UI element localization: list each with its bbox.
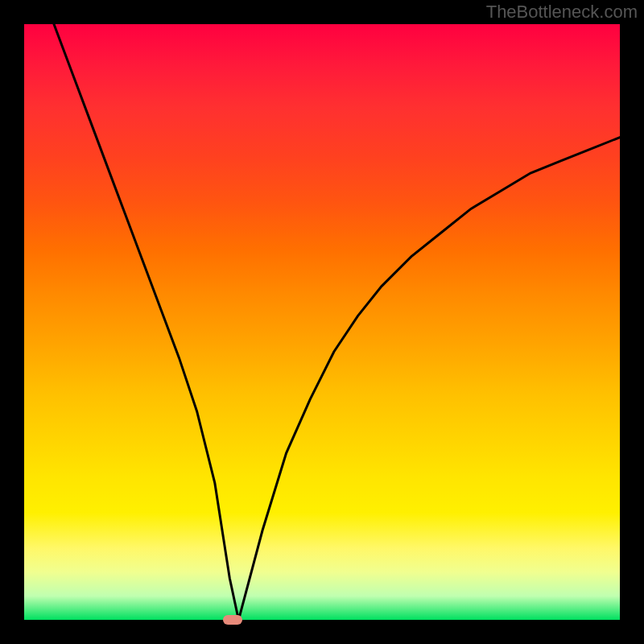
optimum-marker xyxy=(223,615,242,625)
bottleneck-curve xyxy=(24,24,620,620)
chart-plot-area xyxy=(24,24,620,620)
watermark-text: TheBottleneck.com xyxy=(486,2,638,23)
